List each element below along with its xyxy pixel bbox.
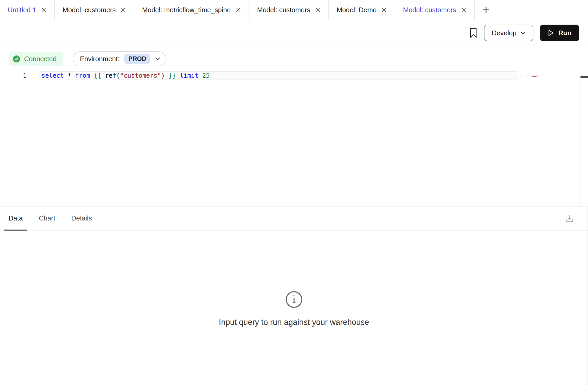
tab-model-customers-2[interactable]: Model: customers: [249, 0, 329, 20]
tab-label: Untitled 1: [8, 6, 36, 14]
tab-model-customers-3[interactable]: Model: customers: [395, 0, 475, 20]
tab-chart[interactable]: Chart: [34, 206, 60, 230]
tab-model-metricflow-time-spine[interactable]: Model: metricflow_time_spine: [134, 0, 249, 20]
environment-value-badge: PROD: [124, 54, 150, 64]
empty-state-message: Input query to run against your warehous…: [219, 318, 369, 327]
run-button-label: Run: [558, 29, 571, 37]
environment-label: Environment:: [80, 55, 120, 63]
tab-label: Model: customers: [63, 6, 116, 14]
close-icon[interactable]: [41, 7, 47, 13]
editor-scrollbar-thumb[interactable]: [580, 76, 588, 78]
chevron-down-icon: [520, 31, 526, 34]
results-tabbar: Data Chart Details: [0, 206, 588, 231]
sql-editor: Connected Environment: PROD 1 select * f…: [0, 51, 588, 206]
environment-selector[interactable]: Environment: PROD: [73, 51, 167, 66]
connection-status-badge: Connected: [9, 52, 63, 66]
connection-status-label: Connected: [24, 55, 57, 63]
develop-button[interactable]: Develop: [484, 25, 533, 41]
tab-data[interactable]: Data: [4, 206, 27, 230]
download-icon[interactable]: [565, 214, 574, 223]
close-icon[interactable]: [461, 7, 467, 13]
tab-label: Model: customers: [257, 6, 310, 14]
play-icon: [548, 30, 554, 36]
code-line[interactable]: select * from {{ ref("customers") }} lim…: [39, 71, 518, 80]
run-button[interactable]: Run: [540, 25, 579, 41]
ide-window: Untitled 1 Model: customers Model: metri…: [0, 0, 588, 383]
editor-toolbar: Develop Run: [0, 20, 588, 46]
tab-data-label: Data: [9, 214, 23, 222]
tab-chart-label: Chart: [39, 214, 55, 222]
plus-icon: [482, 6, 490, 14]
bookmark-icon[interactable]: [469, 28, 477, 38]
tab-details[interactable]: Details: [67, 206, 96, 230]
tab-label: Model: metricflow_time_spine: [142, 6, 231, 14]
info-icon: i: [286, 291, 302, 308]
code-line-row: 1 select * from {{ ref("customers") }} l…: [0, 71, 588, 80]
tab-model-demo[interactable]: Model: Demo: [329, 0, 395, 20]
new-tab-button[interactable]: [475, 0, 497, 20]
tab-label: Model: customers: [403, 6, 456, 14]
close-icon[interactable]: [381, 7, 387, 13]
check-circle: [13, 55, 20, 62]
editor-status-row: Connected Environment: PROD: [9, 51, 588, 66]
close-icon[interactable]: [120, 7, 126, 13]
results-empty-state: i Input query to run against your wareho…: [0, 231, 588, 385]
results-panel: Data Chart Details i Input query to run …: [0, 206, 588, 385]
check-icon: [14, 57, 18, 60]
editor-minimap[interactable]: select * from {{ ref("customers") }} lim…: [520, 75, 548, 76]
editor-scrollbar-track: [580, 76, 581, 206]
editor-tabbar: Untitled 1 Model: customers Model: metri…: [0, 0, 588, 20]
tab-untitled-1[interactable]: Untitled 1: [0, 0, 55, 20]
chevron-down-icon: [155, 57, 160, 60]
close-icon[interactable]: [315, 7, 321, 13]
tab-details-label: Details: [71, 214, 92, 222]
line-number: 1: [0, 71, 27, 80]
develop-button-label: Develop: [492, 29, 516, 37]
tab-label: Model: Demo: [337, 6, 377, 14]
close-icon[interactable]: [236, 7, 241, 13]
tab-model-customers-1[interactable]: Model: customers: [55, 0, 134, 20]
